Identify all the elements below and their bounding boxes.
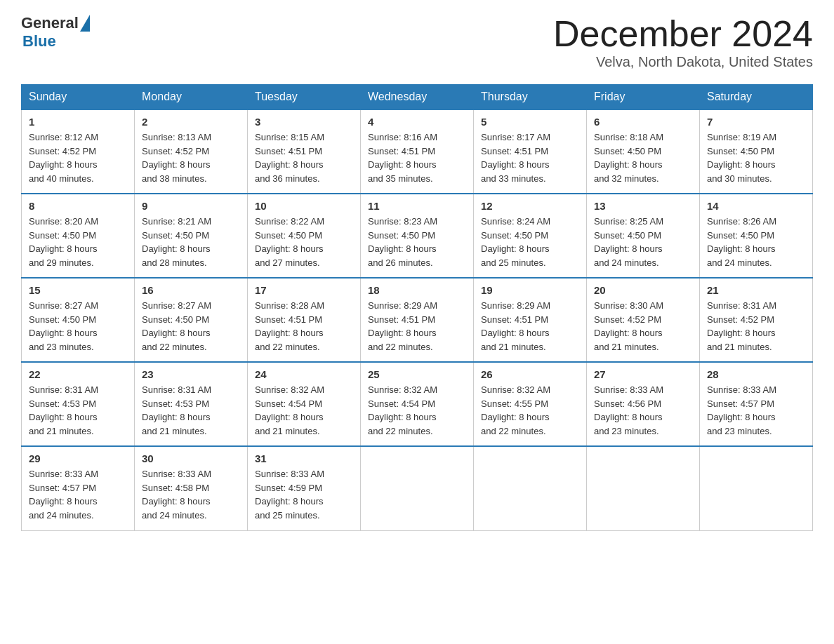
table-row: 26 Sunrise: 8:32 AM Sunset: 4:55 PM Dayl… — [474, 362, 587, 446]
table-row: 30 Sunrise: 8:33 AM Sunset: 4:58 PM Dayl… — [135, 446, 248, 530]
day-number: 11 — [368, 200, 466, 212]
day-info: Sunrise: 8:23 AM Sunset: 4:50 PM Dayligh… — [368, 215, 466, 269]
day-info: Sunrise: 8:31 AM Sunset: 4:53 PM Dayligh… — [29, 383, 127, 438]
header-thursday: Thursday — [474, 85, 587, 110]
calendar-header: Sunday Monday Tuesday Wednesday Thursday… — [22, 85, 813, 110]
table-row: 8 Sunrise: 8:20 AM Sunset: 4:50 PM Dayli… — [22, 194, 135, 278]
day-info: Sunrise: 8:17 AM Sunset: 4:51 PM Dayligh… — [481, 130, 579, 185]
day-info: Sunrise: 8:24 AM Sunset: 4:50 PM Dayligh… — [481, 215, 579, 269]
table-row: 12 Sunrise: 8:24 AM Sunset: 4:50 PM Dayl… — [474, 194, 587, 278]
logo: General Blue — [21, 14, 90, 51]
day-number: 22 — [29, 368, 127, 380]
table-row: 23 Sunrise: 8:31 AM Sunset: 4:53 PM Dayl… — [135, 362, 248, 446]
day-info: Sunrise: 8:20 AM Sunset: 4:50 PM Dayligh… — [29, 215, 127, 269]
table-row: 6 Sunrise: 8:18 AM Sunset: 4:50 PM Dayli… — [587, 109, 700, 194]
table-row: 20 Sunrise: 8:30 AM Sunset: 4:52 PM Dayl… — [587, 278, 700, 362]
day-info: Sunrise: 8:31 AM Sunset: 4:52 PM Dayligh… — [707, 299, 805, 354]
day-number: 26 — [481, 368, 579, 380]
table-row: 16 Sunrise: 8:27 AM Sunset: 4:50 PM Dayl… — [135, 278, 248, 362]
table-row: 21 Sunrise: 8:31 AM Sunset: 4:52 PM Dayl… — [700, 278, 813, 362]
calendar-week-5: 29 Sunrise: 8:33 AM Sunset: 4:57 PM Dayl… — [22, 446, 813, 530]
table-row: 7 Sunrise: 8:19 AM Sunset: 4:50 PM Dayli… — [700, 109, 813, 194]
day-number: 19 — [481, 284, 579, 296]
day-number: 24 — [255, 368, 353, 380]
calendar-week-2: 8 Sunrise: 8:20 AM Sunset: 4:50 PM Dayli… — [22, 194, 813, 278]
day-number: 18 — [368, 284, 466, 296]
table-row — [474, 446, 587, 530]
day-info: Sunrise: 8:33 AM Sunset: 4:56 PM Dayligh… — [594, 383, 692, 438]
table-row: 29 Sunrise: 8:33 AM Sunset: 4:57 PM Dayl… — [22, 446, 135, 530]
header-saturday: Saturday — [700, 85, 813, 110]
day-number: 14 — [707, 200, 805, 212]
calendar-body: 1 Sunrise: 8:12 AM Sunset: 4:52 PM Dayli… — [22, 109, 813, 530]
day-number: 3 — [255, 116, 353, 128]
day-info: Sunrise: 8:12 AM Sunset: 4:52 PM Dayligh… — [29, 130, 127, 185]
header-row: Sunday Monday Tuesday Wednesday Thursday… — [22, 85, 813, 110]
day-info: Sunrise: 8:27 AM Sunset: 4:50 PM Dayligh… — [142, 299, 240, 354]
location-title: Velva, North Dakota, United States — [553, 54, 813, 70]
day-number: 27 — [594, 368, 692, 380]
day-number: 28 — [707, 368, 805, 380]
header-monday: Monday — [135, 85, 248, 110]
day-info: Sunrise: 8:15 AM Sunset: 4:51 PM Dayligh… — [255, 130, 353, 185]
day-info: Sunrise: 8:33 AM Sunset: 4:59 PM Dayligh… — [255, 467, 353, 522]
day-info: Sunrise: 8:32 AM Sunset: 4:54 PM Dayligh… — [255, 383, 353, 438]
table-row: 3 Sunrise: 8:15 AM Sunset: 4:51 PM Dayli… — [248, 109, 361, 194]
table-row: 14 Sunrise: 8:26 AM Sunset: 4:50 PM Dayl… — [700, 194, 813, 278]
table-row: 15 Sunrise: 8:27 AM Sunset: 4:50 PM Dayl… — [22, 278, 135, 362]
table-row: 11 Sunrise: 8:23 AM Sunset: 4:50 PM Dayl… — [361, 194, 474, 278]
calendar-week-1: 1 Sunrise: 8:12 AM Sunset: 4:52 PM Dayli… — [22, 109, 813, 194]
table-row: 31 Sunrise: 8:33 AM Sunset: 4:59 PM Dayl… — [248, 446, 361, 530]
table-row: 19 Sunrise: 8:29 AM Sunset: 4:51 PM Dayl… — [474, 278, 587, 362]
calendar-table: Sunday Monday Tuesday Wednesday Thursday… — [21, 84, 813, 531]
table-row: 17 Sunrise: 8:28 AM Sunset: 4:51 PM Dayl… — [248, 278, 361, 362]
table-row: 9 Sunrise: 8:21 AM Sunset: 4:50 PM Dayli… — [135, 194, 248, 278]
day-number: 7 — [707, 116, 805, 128]
day-number: 25 — [368, 368, 466, 380]
title-block: December 2024 Velva, North Dakota, Unite… — [553, 14, 813, 70]
day-info: Sunrise: 8:27 AM Sunset: 4:50 PM Dayligh… — [29, 299, 127, 354]
day-info: Sunrise: 8:16 AM Sunset: 4:51 PM Dayligh… — [368, 130, 466, 185]
table-row: 22 Sunrise: 8:31 AM Sunset: 4:53 PM Dayl… — [22, 362, 135, 446]
page-header: General Blue December 2024 Velva, North … — [21, 14, 813, 70]
day-number: 13 — [594, 200, 692, 212]
table-row: 2 Sunrise: 8:13 AM Sunset: 4:52 PM Dayli… — [135, 109, 248, 194]
table-row: 13 Sunrise: 8:25 AM Sunset: 4:50 PM Dayl… — [587, 194, 700, 278]
day-info: Sunrise: 8:19 AM Sunset: 4:50 PM Dayligh… — [707, 130, 805, 185]
day-info: Sunrise: 8:29 AM Sunset: 4:51 PM Dayligh… — [481, 299, 579, 354]
table-row: 27 Sunrise: 8:33 AM Sunset: 4:56 PM Dayl… — [587, 362, 700, 446]
day-number: 16 — [142, 284, 240, 296]
day-info: Sunrise: 8:28 AM Sunset: 4:51 PM Dayligh… — [255, 299, 353, 354]
table-row: 10 Sunrise: 8:22 AM Sunset: 4:50 PM Dayl… — [248, 194, 361, 278]
calendar-week-4: 22 Sunrise: 8:31 AM Sunset: 4:53 PM Dayl… — [22, 362, 813, 446]
day-info: Sunrise: 8:29 AM Sunset: 4:51 PM Dayligh… — [368, 299, 466, 354]
day-info: Sunrise: 8:30 AM Sunset: 4:52 PM Dayligh… — [594, 299, 692, 354]
table-row: 28 Sunrise: 8:33 AM Sunset: 4:57 PM Dayl… — [700, 362, 813, 446]
logo-general-text: General — [21, 14, 79, 32]
table-row — [587, 446, 700, 530]
day-number: 2 — [142, 116, 240, 128]
day-info: Sunrise: 8:32 AM Sunset: 4:54 PM Dayligh… — [368, 383, 466, 438]
header-sunday: Sunday — [22, 85, 135, 110]
day-number: 12 — [481, 200, 579, 212]
day-number: 4 — [368, 116, 466, 128]
day-info: Sunrise: 8:22 AM Sunset: 4:50 PM Dayligh… — [255, 215, 353, 269]
day-info: Sunrise: 8:18 AM Sunset: 4:50 PM Dayligh… — [594, 130, 692, 185]
month-title: December 2024 — [553, 14, 813, 54]
header-wednesday: Wednesday — [361, 85, 474, 110]
day-number: 1 — [29, 116, 127, 128]
day-number: 10 — [255, 200, 353, 212]
header-tuesday: Tuesday — [248, 85, 361, 110]
day-info: Sunrise: 8:21 AM Sunset: 4:50 PM Dayligh… — [142, 215, 240, 269]
day-number: 5 — [481, 116, 579, 128]
day-number: 9 — [142, 200, 240, 212]
day-number: 17 — [255, 284, 353, 296]
day-info: Sunrise: 8:26 AM Sunset: 4:50 PM Dayligh… — [707, 215, 805, 269]
table-row — [361, 446, 474, 530]
day-number: 29 — [29, 452, 127, 464]
day-info: Sunrise: 8:33 AM Sunset: 4:57 PM Dayligh… — [707, 383, 805, 438]
table-row: 18 Sunrise: 8:29 AM Sunset: 4:51 PM Dayl… — [361, 278, 474, 362]
table-row: 25 Sunrise: 8:32 AM Sunset: 4:54 PM Dayl… — [361, 362, 474, 446]
table-row: 1 Sunrise: 8:12 AM Sunset: 4:52 PM Dayli… — [22, 109, 135, 194]
day-info: Sunrise: 8:33 AM Sunset: 4:58 PM Dayligh… — [142, 467, 240, 522]
